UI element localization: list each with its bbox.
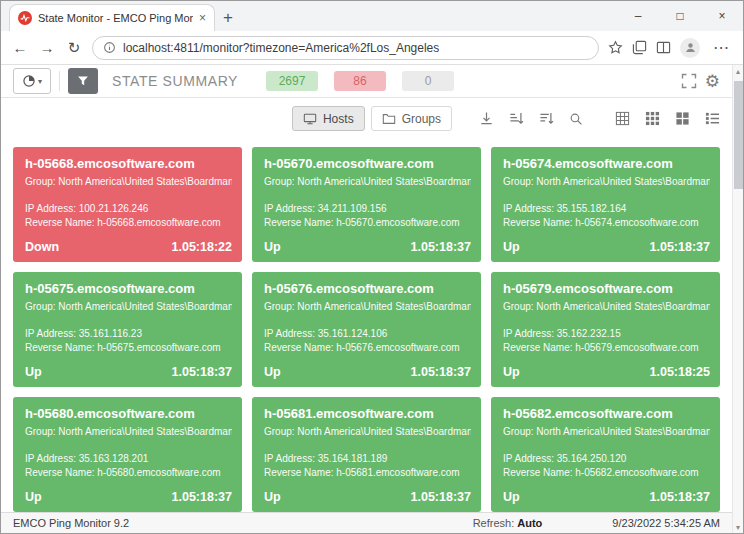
sort-descending-icon[interactable] <box>534 107 558 131</box>
host-card-footer: Down 1.05:18:22 <box>25 240 232 254</box>
host-card[interactable]: h-05670.emcosoftware.com Group: North Am… <box>252 147 481 262</box>
down-count-badge[interactable]: 86 <box>334 71 386 91</box>
view-toolbar: Hosts Groups <box>1 98 732 139</box>
ip-label: IP Address: <box>503 203 554 214</box>
group-value: North America\United States\Boardman <box>297 426 471 437</box>
download-icon[interactable] <box>474 107 498 131</box>
refresh-label: Refresh: <box>473 517 515 529</box>
table-view-icon[interactable] <box>610 107 634 131</box>
hosts-label: Hosts <box>323 112 354 126</box>
ip-label: IP Address: <box>264 328 315 339</box>
reverse-value: h-05676.emcosoftware.com <box>336 342 459 353</box>
host-name: h-05675.emcosoftware.com <box>25 281 232 296</box>
group-value: North America\United States\Boardman <box>536 176 710 187</box>
host-name: h-05681.emcosoftware.com <box>264 406 471 421</box>
state-label: Up <box>503 365 520 379</box>
scrollbar-thumb[interactable] <box>734 81 743 189</box>
close-button[interactable]: × <box>701 1 743 31</box>
vertical-scrollbar[interactable]: ▴ ▾ <box>732 65 743 533</box>
group-label: Group: <box>264 426 295 437</box>
ip-label: IP Address: <box>503 328 554 339</box>
address-bar[interactable]: localhost:4811/monitor?timezone=America%… <box>92 36 599 60</box>
reverse-label: Reverse Name: <box>503 467 572 478</box>
host-card[interactable]: h-05679.emcosoftware.com Group: North Am… <box>491 272 720 387</box>
host-group-line: Group: North America\United States\Board… <box>503 425 710 439</box>
host-reverse-line: Reverse Name: h-05675.emcosoftware.com <box>25 341 232 355</box>
small-tiles-view-icon[interactable] <box>640 107 664 131</box>
scroll-down-icon[interactable]: ▾ <box>733 521 743 533</box>
ip-label: IP Address: <box>264 453 315 464</box>
settings-gear-icon[interactable]: ⚙ <box>705 71 720 92</box>
host-group-line: Group: North America\United States\Board… <box>25 175 232 189</box>
hosts-toggle-button[interactable]: Hosts <box>292 106 365 131</box>
reverse-value: h-05682.emcosoftware.com <box>575 467 698 478</box>
group-value: North America\United States\Boardman <box>536 301 710 312</box>
reverse-value: h-05674.emcosoftware.com <box>575 217 698 228</box>
new-tab-button[interactable]: + <box>215 5 241 31</box>
host-ip-line: IP Address: 35.155.182.164 <box>503 202 710 216</box>
reverse-label: Reverse Name: <box>25 342 94 353</box>
host-card[interactable]: h-05682.emcosoftware.com Group: North Am… <box>491 397 720 512</box>
uptime-value: 1.05:18:37 <box>650 240 710 254</box>
host-card-footer: Up 1.05:18:37 <box>25 365 232 379</box>
fullscreen-icon[interactable] <box>681 73 697 89</box>
state-label: Up <box>503 490 520 504</box>
state-label: Up <box>264 240 281 254</box>
host-group-line: Group: North America\United States\Board… <box>25 425 232 439</box>
page: ▾ STATE SUMMARY 2697 86 0 ⚙ <box>1 65 743 533</box>
reverse-label: Reverse Name: <box>25 467 94 478</box>
minimize-button[interactable]: – <box>617 1 659 31</box>
profile-avatar[interactable] <box>680 38 700 58</box>
large-tiles-view-icon[interactable] <box>670 107 694 131</box>
split-screen-icon[interactable] <box>656 40 671 55</box>
details-view-icon[interactable] <box>700 107 724 131</box>
page-header: ▾ STATE SUMMARY 2697 86 0 ⚙ <box>1 65 732 98</box>
back-icon[interactable]: ← <box>11 39 29 56</box>
filter-button[interactable] <box>68 68 98 94</box>
state-label: Down <box>25 240 59 254</box>
host-card[interactable]: h-05681.emcosoftware.com Group: North Am… <box>252 397 481 512</box>
forward-icon[interactable]: → <box>38 39 56 56</box>
host-card[interactable]: h-05675.emcosoftware.com Group: North Am… <box>13 272 242 387</box>
chart-view-button[interactable]: ▾ <box>13 68 51 94</box>
browser-tab[interactable]: State Monitor - EMCO Ping Mon... × <box>9 4 215 31</box>
uptime-value: 1.05:18:22 <box>172 240 232 254</box>
host-card-footer: Up 1.05:18:37 <box>503 490 710 504</box>
group-label: Group: <box>25 426 56 437</box>
groups-label: Groups <box>402 112 441 126</box>
sort-ascending-icon[interactable] <box>504 107 528 131</box>
host-card[interactable]: h-05668.emcosoftware.com Group: North Am… <box>13 147 242 262</box>
browser-menu-icon[interactable]: ⋯ <box>709 38 733 57</box>
reverse-label: Reverse Name: <box>25 217 94 228</box>
state-label: Up <box>25 490 42 504</box>
host-reverse-line: Reverse Name: h-05680.emcosoftware.com <box>25 466 232 480</box>
maximize-button[interactable]: □ <box>659 1 701 31</box>
host-name: h-05670.emcosoftware.com <box>264 156 471 171</box>
refresh-icon[interactable]: ↻ <box>65 39 83 57</box>
reverse-label: Reverse Name: <box>503 217 572 228</box>
groups-toggle-button[interactable]: Groups <box>371 106 452 131</box>
host-reverse-line: Reverse Name: h-05668.emcosoftware.com <box>25 216 232 230</box>
up-count-badge[interactable]: 2697 <box>266 71 318 91</box>
tab-close-icon[interactable]: × <box>199 11 206 25</box>
info-icon[interactable] <box>103 41 116 54</box>
host-card[interactable]: h-05674.emcosoftware.com Group: North Am… <box>491 147 720 262</box>
reverse-value: h-05668.emcosoftware.com <box>97 217 220 228</box>
ip-value: 35.162.232.15 <box>557 328 621 339</box>
host-card[interactable]: h-05680.emcosoftware.com Group: North Am… <box>13 397 242 512</box>
search-icon[interactable] <box>564 107 588 131</box>
host-ip-line: IP Address: 35.164.250.120 <box>503 452 710 466</box>
state-label: Up <box>503 240 520 254</box>
favorites-icon[interactable] <box>608 40 623 55</box>
collections-icon[interactable] <box>632 40 647 55</box>
host-card[interactable]: h-05676.emcosoftware.com Group: North Am… <box>252 272 481 387</box>
scroll-up-icon[interactable]: ▴ <box>733 65 743 77</box>
host-ip-line: IP Address: 35.163.128.201 <box>25 452 232 466</box>
ip-value: 35.164.181.189 <box>318 453 388 464</box>
pending-count-badge[interactable]: 0 <box>402 71 454 91</box>
host-ip-line: IP Address: 34.211.109.156 <box>264 202 471 216</box>
ip-value: 35.164.250.120 <box>557 453 627 464</box>
ip-value: 35.161.124.106 <box>318 328 388 339</box>
monitor-icon <box>303 112 317 126</box>
reverse-value: h-05675.emcosoftware.com <box>97 342 220 353</box>
